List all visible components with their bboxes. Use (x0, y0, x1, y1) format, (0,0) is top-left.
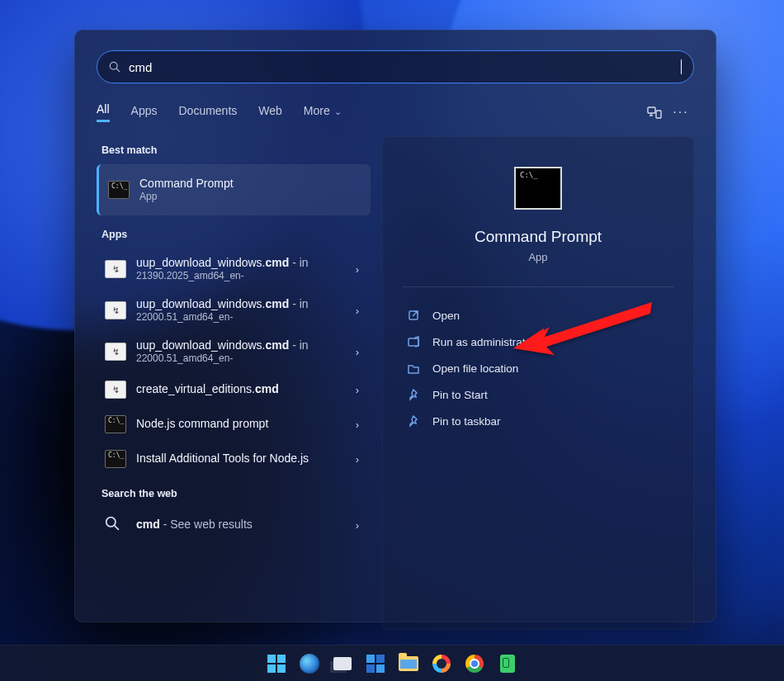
tab-more[interactable]: More⌄ (304, 104, 342, 121)
svg-line-1 (116, 69, 120, 72)
pin-icon (406, 414, 421, 428)
preview-panel: Command Prompt App OpenRun as administra… (382, 136, 694, 630)
apps-header: Apps (102, 229, 371, 240)
bestmatch-item[interactable]: Command Prompt App (97, 164, 371, 215)
app-result-item[interactable]: uup_download_windows.cmd - in21390.2025_… (97, 248, 371, 290)
action-open[interactable]: Open (403, 302, 673, 329)
chevron-right-icon[interactable]: › (352, 263, 362, 276)
chevron-right-icon[interactable]: › (352, 305, 362, 317)
searchweb-header: Search the web (102, 488, 371, 499)
svg-point-0 (110, 62, 117, 69)
app-result-item[interactable]: create_virtual_editions.cmd› (97, 372, 371, 407)
chevron-right-icon[interactable]: › (352, 384, 362, 396)
chevron-right-icon[interactable]: › (352, 519, 362, 532)
divider (403, 286, 673, 287)
tab-apps[interactable]: Apps (131, 104, 158, 121)
svg-point-6 (106, 518, 116, 527)
chevron-right-icon[interactable]: › (352, 346, 362, 358)
folder-icon (406, 361, 421, 376)
search-icon (105, 516, 126, 534)
text-caret (681, 59, 682, 74)
more-options-icon[interactable]: ··· (668, 99, 694, 125)
svg-rect-9 (409, 338, 418, 346)
start-search-panel: All Apps Documents Web More⌄ ··· Best ma… (74, 30, 716, 622)
search-input-container[interactable] (97, 50, 694, 83)
filter-tabs: All Apps Documents Web More⌄ ··· (97, 98, 694, 126)
bestmatch-header: Best match (102, 144, 371, 156)
preview-apptype: App (528, 251, 547, 263)
app-result-item[interactable]: uup_download_windows.cmd - in22000.51_am… (97, 331, 371, 372)
bestmatch-title: Command Prompt (139, 177, 362, 192)
web-result-item[interactable]: cmd - See web results › (97, 508, 371, 542)
start-button[interactable] (263, 650, 290, 677)
taskbar (0, 645, 784, 681)
tab-web[interactable]: Web (258, 104, 282, 121)
chevron-down-icon: ⌄ (334, 106, 342, 116)
app-result-item[interactable]: Install Additional Tools for Node.js› (97, 442, 371, 476)
open-icon (406, 308, 421, 323)
explorer-button[interactable] (395, 650, 422, 677)
action-pin-to-taskbar[interactable]: Pin to taskbar (403, 408, 673, 434)
commandprompt-icon (514, 167, 562, 210)
chevron-right-icon[interactable]: › (352, 419, 362, 431)
results-column: Best match Command Prompt App Apps uup_d… (97, 136, 371, 630)
tab-documents[interactable]: Documents (178, 104, 237, 121)
commandprompt-icon (108, 181, 130, 199)
preview-appname: Command Prompt (475, 228, 602, 246)
search-input[interactable] (129, 60, 682, 74)
pin-icon (406, 387, 421, 402)
shield-icon (406, 334, 421, 349)
svg-rect-3 (656, 111, 661, 118)
opera-button[interactable] (428, 650, 455, 677)
search-icon (109, 61, 120, 73)
script-icon (105, 260, 126, 278)
app-result-item[interactable]: Node.js command prompt› (97, 407, 371, 442)
tab-all[interactable]: All (97, 102, 110, 122)
action-pin-to-start[interactable]: Pin to Start (403, 381, 673, 408)
chevron-right-icon[interactable]: › (352, 453, 362, 466)
devices-icon[interactable] (641, 99, 668, 125)
script-icon (105, 343, 126, 361)
action-open-file-location[interactable]: Open file location (403, 355, 673, 381)
svg-line-7 (115, 526, 119, 530)
phonelink-button[interactable] (494, 650, 521, 677)
action-run-as-administrator[interactable]: Run as administrator (403, 329, 673, 355)
taskview-button[interactable] (329, 650, 356, 677)
commandprompt-icon (105, 415, 126, 433)
widgets-button[interactable] (362, 650, 389, 677)
bestmatch-sub: App (139, 191, 362, 203)
script-icon (105, 301, 126, 319)
svg-rect-2 (648, 107, 655, 113)
chrome-button[interactable] (461, 650, 488, 677)
commandprompt-icon (105, 450, 126, 468)
taskbar-search-button[interactable] (296, 650, 323, 677)
script-icon (105, 381, 126, 399)
app-result-item[interactable]: uup_download_windows.cmd - in22000.51_am… (97, 290, 371, 331)
